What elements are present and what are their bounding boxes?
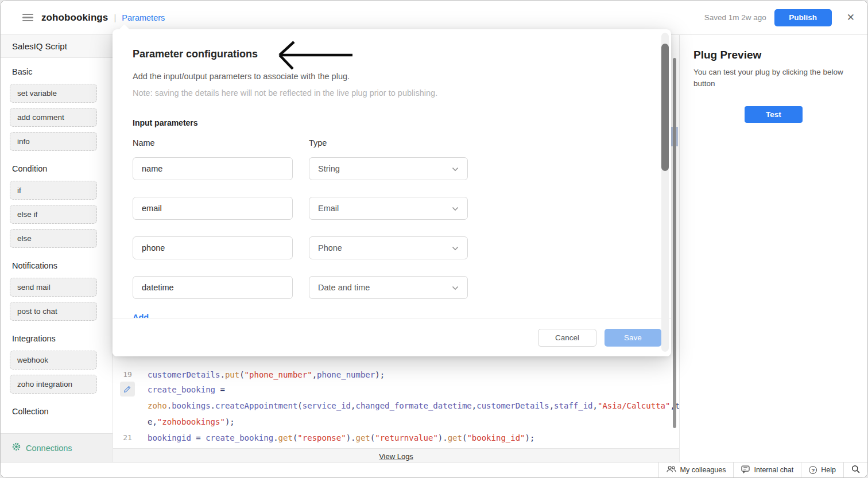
chevron-down-icon bbox=[452, 243, 459, 252]
param-name-input-datetime[interactable] bbox=[133, 276, 293, 299]
palette-item-else-if[interactable]: else if bbox=[10, 205, 97, 224]
param-row-name: String bbox=[133, 157, 651, 180]
palette-item-zoho-integration[interactable]: zoho integration bbox=[10, 375, 97, 394]
parameter-configurations-modal: Parameter configurations Add the input/o… bbox=[113, 29, 671, 356]
modal-subtitle: Add the input/output parameters to assoc… bbox=[133, 72, 651, 81]
modal-scrollbar-track[interactable] bbox=[661, 33, 669, 352]
editor-scrollbar[interactable] bbox=[673, 58, 676, 428]
gear-icon bbox=[12, 442, 21, 453]
type-column-header: Type bbox=[309, 138, 327, 147]
name-column-header: Name bbox=[133, 138, 309, 147]
section-label-notifications: Notifications bbox=[12, 261, 104, 270]
my-colleagues-item[interactable]: My colleagues bbox=[658, 463, 734, 477]
param-type-select-datetime[interactable]: Date and time bbox=[309, 276, 468, 299]
param-rows: StringEmailPhoneDate and time bbox=[133, 157, 651, 299]
search-icon bbox=[851, 465, 860, 475]
code-line[interactable]: 21bookingid = create_booking.get("respon… bbox=[113, 430, 679, 446]
param-type-value: Phone bbox=[318, 243, 342, 252]
code-text: zoho.bookings.createAppointment(service_… bbox=[148, 401, 679, 410]
param-type-select-email[interactable]: Email bbox=[309, 197, 468, 220]
chevron-down-icon bbox=[452, 204, 459, 213]
line-number: 19 bbox=[113, 367, 142, 383]
input-parameters-label: Input parameters bbox=[133, 118, 651, 127]
modal-note: Note: saving the details here will not b… bbox=[133, 88, 651, 98]
plug-preview-description: You can test your plug by clicking the b… bbox=[693, 67, 850, 89]
breadcrumb-divider: | bbox=[114, 13, 116, 22]
internal-chat-item[interactable]: Internal chat bbox=[733, 463, 801, 477]
code-text: bookingid = create_booking.get("response… bbox=[148, 433, 534, 442]
close-icon[interactable]: ✕ bbox=[847, 13, 855, 22]
code-gutter bbox=[113, 382, 142, 398]
saved-status: Saved 1m 2w ago bbox=[704, 13, 766, 22]
line-number: 21 bbox=[113, 430, 142, 446]
bottom-statusbar: My colleagues Internal chat ? Help bbox=[1, 462, 867, 477]
modal-title: Parameter configurations bbox=[133, 48, 651, 60]
connections-link[interactable]: Connections bbox=[1, 433, 113, 462]
code-line[interactable]: 19customerDetails.put("phone_number",pho… bbox=[113, 367, 679, 383]
edit-pencil-icon[interactable] bbox=[120, 382, 135, 397]
palette-item-if[interactable]: if bbox=[10, 181, 97, 200]
modal-content: Parameter configurations Add the input/o… bbox=[113, 29, 671, 318]
view-logs-bar: View Logs bbox=[113, 448, 679, 462]
section-label-basic: Basic bbox=[12, 67, 104, 76]
code-text: create_booking = bbox=[148, 385, 225, 394]
param-type-select-phone[interactable]: Phone bbox=[309, 236, 468, 259]
plug-preview-panel: Plug Preview You can test your plug by c… bbox=[679, 35, 867, 462]
internal-chat-label: Internal chat bbox=[754, 466, 793, 474]
modal-scrollbar-thumb[interactable] bbox=[661, 44, 669, 171]
palette-item-set-variable[interactable]: set variable bbox=[10, 84, 97, 103]
app-title: zohobookings bbox=[41, 12, 108, 24]
param-name-input-email[interactable] bbox=[133, 197, 293, 220]
code-line[interactable]: e,"zohobookings"); bbox=[113, 414, 679, 430]
view-logs-link[interactable]: View Logs bbox=[379, 452, 413, 461]
param-name-input-phone[interactable] bbox=[133, 236, 293, 259]
section-label-condition: Condition bbox=[12, 164, 104, 173]
chevron-down-icon bbox=[452, 283, 459, 292]
palette-item-else[interactable]: else bbox=[10, 229, 97, 248]
app-window: zohobookings | Parameters Saved 1m 2w ag… bbox=[0, 0, 868, 478]
param-type-value: Date and time bbox=[318, 283, 370, 292]
palette-item-info[interactable]: info bbox=[10, 132, 97, 151]
my-colleagues-label: My colleagues bbox=[680, 466, 726, 474]
code-text: e,"zohobookings"); bbox=[148, 417, 235, 426]
param-row-phone: Phone bbox=[133, 236, 651, 259]
sidebar-sections: Basicset variableadd commentinfoConditio… bbox=[1, 67, 113, 416]
param-type-value: String bbox=[318, 164, 340, 173]
palette-item-post-to-chat[interactable]: post to chat bbox=[10, 302, 97, 321]
test-button[interactable]: Test bbox=[745, 106, 803, 123]
palette-item-add-comment[interactable]: add comment bbox=[10, 108, 97, 127]
palette-item-webhook[interactable]: webhook bbox=[10, 351, 97, 370]
hamburger-menu-icon[interactable] bbox=[22, 11, 33, 24]
help-label: Help bbox=[821, 466, 836, 474]
publish-button[interactable]: Publish bbox=[774, 9, 832, 26]
add-parameter-link[interactable]: Add bbox=[133, 313, 149, 318]
section-label-collection: Collection bbox=[12, 407, 104, 416]
chevron-down-icon bbox=[452, 164, 459, 173]
people-icon bbox=[666, 465, 676, 475]
modal-footer: Cancel Save bbox=[113, 318, 671, 356]
param-column-headers: Name Type bbox=[133, 138, 651, 147]
plug-preview-title: Plug Preview bbox=[693, 49, 854, 61]
sidebar-header: SalesIQ Script bbox=[1, 35, 113, 58]
search-item[interactable] bbox=[843, 463, 867, 477]
code-text: customerDetails.put("phone_number",phone… bbox=[148, 370, 385, 379]
code-line[interactable]: zoho.bookings.createAppointment(service_… bbox=[113, 398, 679, 414]
cancel-button[interactable]: Cancel bbox=[538, 329, 596, 347]
chat-icon bbox=[741, 465, 750, 475]
param-type-select-name[interactable]: String bbox=[309, 157, 468, 180]
save-button[interactable]: Save bbox=[604, 329, 661, 347]
param-name-input-name[interactable] bbox=[133, 157, 293, 180]
palette-item-send-mail[interactable]: send mail bbox=[10, 278, 97, 297]
code-line[interactable]: create_booking = bbox=[113, 382, 679, 398]
param-row-email: Email bbox=[133, 197, 651, 220]
breadcrumb-parameters[interactable]: Parameters bbox=[122, 13, 165, 22]
section-label-integrations: Integrations bbox=[12, 334, 104, 343]
param-type-value: Email bbox=[318, 204, 339, 213]
sidebar: SalesIQ Script Basicset variableadd comm… bbox=[1, 35, 113, 462]
help-item[interactable]: ? Help bbox=[801, 463, 843, 477]
help-icon: ? bbox=[809, 466, 817, 474]
connections-label: Connections bbox=[26, 444, 72, 453]
param-row-datetime: Date and time bbox=[133, 276, 651, 299]
